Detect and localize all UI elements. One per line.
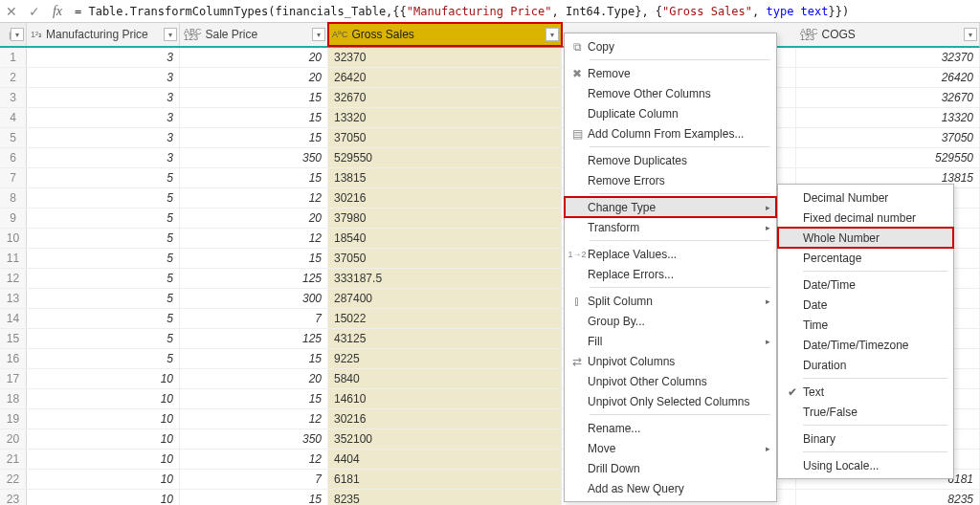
cell-gross-sales[interactable]: 13320 [328,108,562,127]
table-row[interactable]: 23202642026420 [0,68,980,88]
row-number[interactable]: 16 [0,349,27,368]
cell-gross-sales[interactable]: 43125 [328,329,562,348]
type-time[interactable]: Time [778,315,953,335]
row-number[interactable]: 11 [0,249,27,268]
cell-sale-price[interactable]: 12 [180,229,328,248]
row-number[interactable]: 23 [0,490,27,505]
ctx-remove-duplicates[interactable]: Remove Duplicates [565,150,776,170]
cell-manufacturing-price[interactable]: 10 [27,389,180,408]
ctx-remove-other[interactable]: Remove Other Columns [565,83,776,103]
cell-gross-sales[interactable]: 13815 [328,168,562,187]
ctx-fill[interactable]: Fill▸ [565,331,776,351]
cell-sale-price[interactable]: 7 [180,470,328,489]
type-binary[interactable]: Binary [778,428,953,449]
cell-gross-sales[interactable]: 26420 [328,68,562,87]
row-number[interactable]: 5 [0,128,27,147]
ctx-copy[interactable]: ⧉Copy [565,36,776,56]
cell-gross-sales[interactable]: 37050 [328,128,562,147]
cell-gross-sales[interactable]: 18540 [328,229,562,248]
cell-sale-price[interactable]: 125 [180,329,328,348]
cell-sale-price[interactable]: 350 [180,148,328,167]
column-filter-dropdown[interactable]: ▾ [546,28,559,41]
ctx-split-column[interactable]: ⫿Split Column▸ [565,291,776,311]
row-number[interactable]: 1 [0,48,27,67]
cell-gross-sales[interactable]: 14610 [328,389,562,408]
ctx-duplicate[interactable]: Duplicate Column [565,103,776,123]
column-header-cogs[interactable]: ABC123 COGS ▾ [796,23,980,48]
cell-gross-sales[interactable]: 32670 [328,88,562,107]
cell-manufacturing-price[interactable]: 5 [27,309,180,328]
cell-manufacturing-price[interactable]: 10 [27,409,180,428]
type-whole-number[interactable]: Whole Number [778,228,953,248]
cell-cogs[interactable]: 37050 [796,128,980,147]
cell-cogs[interactable]: 8235 [796,490,980,505]
row-number[interactable]: 10 [0,229,27,248]
cell-manufacturing-price[interactable]: 3 [27,68,180,87]
cell-sale-price[interactable]: 12 [180,409,328,428]
type-fixed-decimal[interactable]: Fixed decimal number [778,208,953,228]
cell-manufacturing-price[interactable]: 5 [27,329,180,348]
row-number[interactable]: 19 [0,409,27,428]
row-number[interactable]: 6 [0,148,27,167]
column-filter-dropdown[interactable]: ▾ [312,28,325,41]
cell-sale-price[interactable]: 20 [180,68,328,87]
row-number[interactable]: 2 [0,68,27,87]
ctx-rename[interactable]: Rename... [565,418,776,438]
row-number[interactable]: 15 [0,329,27,348]
cell-sale-price[interactable]: 7 [180,309,328,328]
row-number[interactable]: 9 [0,209,27,228]
cell-cogs[interactable]: 32670 [796,88,980,107]
row-number[interactable]: 18 [0,389,27,408]
ctx-drill-down[interactable]: Drill Down [565,458,776,478]
ctx-remove[interactable]: ✖Remove [565,63,776,83]
cell-gross-sales[interactable]: 30216 [328,409,562,428]
column-header-sale-price[interactable]: ABC123 Sale Price ▾ [180,23,328,46]
formula-cancel-button[interactable]: ✕ [0,1,23,22]
ctx-add-from-examples[interactable]: ▤Add Column From Examples... [565,123,776,143]
cell-sale-price[interactable]: 15 [180,490,328,505]
cell-sale-price[interactable]: 300 [180,289,328,308]
cell-gross-sales[interactable]: 5840 [328,369,562,388]
cell-manufacturing-price[interactable]: 3 [27,88,180,107]
cell-gross-sales[interactable]: 529550 [328,148,562,167]
cell-gross-sales[interactable]: 9225 [328,349,562,368]
ctx-replace-values[interactable]: 1→2Replace Values... [565,244,776,264]
cell-sale-price[interactable]: 15 [180,249,328,268]
type-locale[interactable]: Using Locale... [778,455,953,475]
ctx-unpivot[interactable]: ⇄Unpivot Columns [565,351,776,371]
cell-manufacturing-price[interactable]: 10 [27,369,180,388]
row-number[interactable]: 4 [0,108,27,127]
column-filter-dropdown[interactable]: ▾ [164,28,177,41]
cell-manufacturing-price[interactable]: 5 [27,168,180,187]
cell-manufacturing-price[interactable]: 5 [27,229,180,248]
cell-sale-price[interactable]: 20 [180,209,328,228]
select-all-corner[interactable]: ▦ ▾ [0,23,27,46]
row-number[interactable]: 22 [0,470,27,489]
cell-sale-price[interactable]: 125 [180,269,328,288]
type-datetimezone[interactable]: Date/Time/Timezone [778,335,953,355]
row-number[interactable]: 3 [0,88,27,107]
table-row[interactable]: 53153705037050 [0,128,980,148]
type-datetime[interactable]: Date/Time [778,274,953,295]
ctx-move[interactable]: Move▸ [565,438,776,458]
cell-manufacturing-price[interactable]: 3 [27,148,180,167]
type-date[interactable]: Date [778,295,953,315]
cell-manufacturing-price[interactable]: 5 [27,209,180,228]
cell-gross-sales[interactable]: 8235 [328,490,562,505]
cell-manufacturing-price[interactable]: 5 [27,249,180,268]
column-filter-dropdown[interactable]: ▾ [964,28,977,41]
formula-accept-button[interactable]: ✓ [23,1,46,22]
table-row[interactable]: 23101582358235 [0,490,980,505]
cell-sale-price[interactable]: 15 [180,389,328,408]
cell-sale-price[interactable]: 15 [180,88,328,107]
cell-manufacturing-price[interactable]: 10 [27,429,180,449]
cell-manufacturing-price[interactable]: 3 [27,48,180,67]
cell-sale-price[interactable]: 20 [180,369,328,388]
cell-gross-sales[interactable]: 15022 [328,309,562,328]
cell-gross-sales[interactable]: 287400 [328,289,562,308]
cell-sale-price[interactable]: 12 [180,450,328,469]
table-row[interactable]: 33153267032670 [0,88,980,108]
type-percentage[interactable]: Percentage [778,248,953,268]
cell-gross-sales[interactable]: 352100 [328,429,562,449]
row-number[interactable]: 20 [0,429,27,449]
